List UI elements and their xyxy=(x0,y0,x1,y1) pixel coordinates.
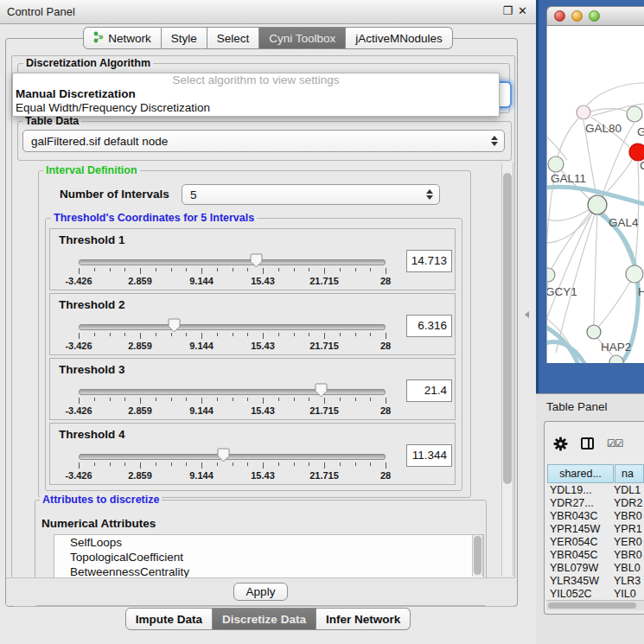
network-node[interactable] xyxy=(588,195,607,214)
slider-tick-labels: -3.4262.8599.14415.4321.71528 xyxy=(79,341,386,351)
table-row[interactable]: YDR27...YDR2 xyxy=(547,497,644,510)
threshold-4-label: Threshold 4 xyxy=(59,428,125,441)
table-row[interactable]: YER054CYER0 xyxy=(547,536,644,549)
network-node-label: GA xyxy=(637,125,644,138)
dropdown-item-equal-width-frequency-discretization[interactable]: Equal Width/Frequency Discretization xyxy=(13,101,499,115)
float-window-icon[interactable]: ❐ xyxy=(502,4,513,17)
columns-icon[interactable] xyxy=(581,437,594,450)
slider-tick-labels: -3.4262.8599.14415.4321.71528 xyxy=(79,405,386,416)
slider-track[interactable] xyxy=(79,324,386,330)
threshold-4-value-field[interactable]: 11.344 xyxy=(406,444,452,467)
network-edge[interactable] xyxy=(587,83,644,105)
splitter-collapse-arrow[interactable] xyxy=(525,311,529,318)
network-node[interactable] xyxy=(587,325,601,339)
column-header-shared[interactable]: shared... xyxy=(547,464,614,483)
network-edge[interactable] xyxy=(558,118,578,156)
network-node[interactable] xyxy=(548,156,564,172)
apply-button[interactable]: Apply xyxy=(233,583,289,601)
dropdown-item-manual-discretization[interactable]: Manual Discretization xyxy=(13,87,499,101)
slider-tick-labels: -3.4262.8599.14415.4321.71528 xyxy=(79,276,386,286)
slider-thumb[interactable] xyxy=(315,383,328,398)
tab-cyni-toolbox[interactable]: Cyni Toolbox xyxy=(259,27,346,49)
slider-track[interactable] xyxy=(79,259,386,265)
slider-track[interactable] xyxy=(79,389,386,395)
table-row[interactable]: YIL052CYIL0 xyxy=(547,588,644,599)
cell-shared-name: YPR145W xyxy=(547,523,614,536)
slider-track[interactable] xyxy=(79,454,386,460)
slider-thumb[interactable] xyxy=(217,448,230,462)
tab-network[interactable]: Network xyxy=(83,27,162,49)
network-edge[interactable] xyxy=(547,210,589,220)
table-row[interactable]: YBL079WYBL0 xyxy=(547,562,644,575)
tab-label: Discretize Data xyxy=(222,613,306,626)
threshold-4-box: Threshold 4-3.4262.8599.14415.4321.71528… xyxy=(49,423,456,485)
cell-shared-name: YDR27... xyxy=(547,497,614,510)
table-row[interactable]: YLR345WYLR3 xyxy=(547,575,644,588)
network-window-titlebar[interactable] xyxy=(546,6,644,26)
tab-label: Network xyxy=(108,32,151,45)
network-node[interactable] xyxy=(577,105,590,119)
threshold-1-slider[interactable]: -3.4262.8599.14415.4321.71528 xyxy=(79,257,386,281)
network-edge[interactable] xyxy=(547,130,567,160)
panel-scrollbar-thumb[interactable] xyxy=(503,173,512,484)
network-edge[interactable] xyxy=(599,282,630,326)
attribute-item-selfloops[interactable]: SelfLoops xyxy=(54,535,483,550)
tab-select[interactable]: Select xyxy=(207,27,260,49)
table-row[interactable]: YPR145WYPR1 xyxy=(547,523,644,536)
minimize-window-icon[interactable] xyxy=(571,10,583,22)
network-canvas[interactable]: GAL80GACGAL11GAL4GCY1HHAP2 xyxy=(546,26,644,363)
threshold-4-slider[interactable]: -3.4262.8599.14415.4321.71528 xyxy=(79,451,386,475)
network-node[interactable] xyxy=(547,268,555,282)
slider-ticks xyxy=(79,268,386,275)
cell-shared-name: YBR043C xyxy=(547,510,614,523)
network-node[interactable] xyxy=(609,355,623,363)
threshold-3-slider[interactable]: -3.4262.8599.14415.4321.71528 xyxy=(79,386,386,411)
node-table-rows: YDL19...YDL1YDR27...YDR2YBR043CYBR0YPR14… xyxy=(547,484,644,599)
threshold-1-label: Threshold 1 xyxy=(59,233,125,246)
network-node[interactable] xyxy=(627,106,642,122)
network-edge[interactable] xyxy=(547,214,592,322)
column-header-name[interactable]: na xyxy=(615,464,644,483)
checkbox-icon[interactable]: ☑☑ xyxy=(607,437,623,450)
gear-icon[interactable] xyxy=(553,437,568,451)
tab-discretize-data[interactable]: Discretize Data xyxy=(213,608,316,630)
thresholds-group-title: Threshold's Coordinates for 5 Intervals xyxy=(51,212,257,224)
tab-style[interactable]: Style xyxy=(162,27,207,49)
threshold-2-value-field[interactable]: 6.316 xyxy=(406,315,452,337)
dropdown-placeholder-item[interactable]: Select algorithm to view settings xyxy=(13,73,499,87)
network-edge[interactable] xyxy=(635,162,639,265)
table-row[interactable]: YBR043CYBR0 xyxy=(547,510,644,523)
threshold-3-label: Threshold 3 xyxy=(59,363,125,376)
table-data-combo[interactable]: galFiltered.sif default node xyxy=(22,130,505,152)
tab-jactivemnodules[interactable]: jActiveMNodules xyxy=(346,27,453,49)
attributes-list-scrollbar[interactable] xyxy=(472,535,483,577)
network-node[interactable] xyxy=(629,143,644,161)
cell-name: YBL0 xyxy=(614,562,641,575)
threshold-1-value-field[interactable]: 14.713 xyxy=(406,250,452,272)
cell-name: YPR1 xyxy=(614,523,642,536)
zoom-window-icon[interactable] xyxy=(589,10,600,22)
network-edge[interactable] xyxy=(594,214,597,325)
tab-impute-data[interactable]: Impute Data xyxy=(125,608,213,630)
threshold-3-value-field[interactable]: 21.4 xyxy=(406,379,452,402)
table-hscrollbar[interactable] xyxy=(546,600,644,610)
tab-infer-network[interactable]: Infer Network xyxy=(316,608,411,630)
network-node[interactable] xyxy=(626,265,643,283)
slider-thumb[interactable] xyxy=(168,318,181,333)
num-intervals-combo[interactable]: 5 xyxy=(182,184,440,205)
tab-label: Impute Data xyxy=(136,613,202,626)
tab-label: Infer Network xyxy=(326,613,400,626)
table-row[interactable]: YBR045CYBR0 xyxy=(547,549,644,562)
slider-thumb[interactable] xyxy=(250,253,263,268)
panel-scrollbar[interactable] xyxy=(501,163,513,576)
close-panel-icon[interactable]: ✕ xyxy=(518,4,527,17)
threshold-2-slider[interactable]: -3.4262.8599.14415.4321.71528 xyxy=(79,322,386,346)
cell-name: YDL1 xyxy=(614,484,641,497)
table-row[interactable]: YDL19...YDL1 xyxy=(547,484,644,497)
num-intervals-value: 5 xyxy=(190,188,197,201)
close-window-icon[interactable] xyxy=(554,10,565,22)
control-panel-title: Control Panel xyxy=(7,5,75,18)
tab-label: Select xyxy=(217,32,250,45)
table-data-group-title: Table Data xyxy=(22,115,81,127)
attribute-item-topologicalcoefficient[interactable]: TopologicalCoefficient xyxy=(54,550,483,564)
